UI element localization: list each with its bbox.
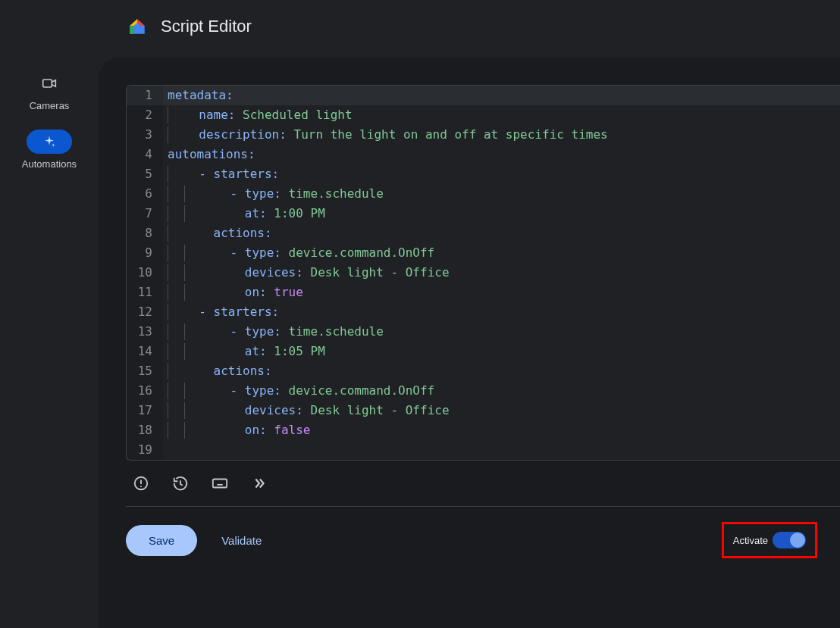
line-number: 7 <box>127 204 163 223</box>
line-content: metadata: <box>163 86 234 105</box>
sidebar-item-cameras[interactable]: Cameras <box>27 71 72 111</box>
line-content: - type: time.schedule <box>163 322 384 342</box>
history-icon[interactable] <box>171 474 190 492</box>
code-line[interactable]: 7 at: 1:00 PM <box>127 204 840 223</box>
footer-bar: Save Validate Activate <box>126 507 840 564</box>
google-home-logo-icon <box>127 17 147 36</box>
line-content: actions: <box>163 223 272 243</box>
svg-rect-4 <box>213 480 227 488</box>
line-number: 6 <box>127 184 163 204</box>
line-content: - type: time.schedule <box>163 184 384 204</box>
line-content: on: false <box>163 420 311 440</box>
line-number: 12 <box>127 302 163 322</box>
activate-label: Activate <box>733 535 768 546</box>
keyboard-icon[interactable] <box>211 474 229 492</box>
code-line[interactable]: 9 - type: device.command.OnOff <box>127 243 840 263</box>
svg-point-3 <box>140 486 142 487</box>
line-number: 9 <box>127 243 163 263</box>
line-number: 14 <box>127 342 163 361</box>
code-line[interactable]: 1metadata: <box>127 86 840 105</box>
line-number: 1 <box>127 86 163 105</box>
editor-toolbar <box>126 461 840 507</box>
line-content: actions: <box>163 361 272 381</box>
sparkle-icon <box>42 135 56 148</box>
code-line[interactable]: 17 devices: Desk light - Office <box>127 401 840 420</box>
camera-icon <box>42 76 57 91</box>
page-title: Script Editor <box>161 17 252 36</box>
line-number: 2 <box>127 105 163 125</box>
sidebar-item-label: Cameras <box>30 100 70 111</box>
activate-highlight: Activate <box>722 522 817 558</box>
code-line[interactable]: 11 on: true <box>127 283 840 302</box>
activate-toggle[interactable] <box>773 532 806 548</box>
code-line[interactable]: 13 - type: time.schedule <box>127 322 840 342</box>
code-line[interactable]: 15 actions: <box>127 361 840 381</box>
line-content: at: 1:05 PM <box>163 342 325 361</box>
line-number: 3 <box>127 125 163 145</box>
line-number: 10 <box>127 263 163 283</box>
line-content: description: Turn the light on and off a… <box>163 125 608 145</box>
code-line[interactable]: 8 actions: <box>127 223 840 243</box>
validate-button[interactable]: Validate <box>215 526 268 555</box>
line-number: 8 <box>127 223 163 243</box>
header: Script Editor <box>0 0 840 53</box>
code-line[interactable]: 4automations: <box>127 145 840 164</box>
line-number: 5 <box>127 164 163 184</box>
code-line[interactable]: 19 <box>127 440 840 460</box>
line-number: 17 <box>127 401 163 420</box>
line-content: on: true <box>163 283 303 302</box>
code-line[interactable]: 5 - starters: <box>127 164 840 184</box>
sidebar-item-automations[interactable]: Automations <box>22 130 77 170</box>
sidebar-item-label: Automations <box>22 158 77 170</box>
line-content: - type: device.command.OnOff <box>163 243 434 263</box>
code-editor[interactable]: 1metadata:2 name: Scheduled light3 descr… <box>126 85 840 461</box>
line-content: devices: Desk light - Office <box>163 401 450 420</box>
line-number: 18 <box>127 420 163 440</box>
code-line[interactable]: 2 name: Scheduled light <box>127 105 840 125</box>
line-content: name: Scheduled light <box>163 105 353 125</box>
code-line[interactable]: 18 on: false <box>127 420 840 440</box>
line-number: 11 <box>127 283 163 302</box>
code-line[interactable]: 14 at: 1:05 PM <box>127 342 840 361</box>
line-number: 19 <box>127 440 163 460</box>
line-content: - type: device.command.OnOff <box>163 381 434 401</box>
line-content: at: 1:00 PM <box>163 204 325 223</box>
code-line[interactable]: 10 devices: Desk light - Office <box>127 263 840 283</box>
code-line[interactable]: 12 - starters: <box>127 302 840 322</box>
problems-icon[interactable] <box>132 474 150 492</box>
line-number: 16 <box>127 381 163 401</box>
sidebar: Cameras Automations <box>0 53 99 628</box>
line-content: automations: <box>163 145 255 164</box>
line-content <box>163 440 168 460</box>
line-number: 4 <box>127 145 163 164</box>
more-icon[interactable] <box>250 474 268 492</box>
content-pane: 1metadata:2 name: Scheduled light3 descr… <box>99 58 840 628</box>
line-content: devices: Desk light - Office <box>163 263 450 283</box>
svg-rect-0 <box>43 80 52 87</box>
code-line[interactable]: 6 - type: time.schedule <box>127 184 840 204</box>
line-number: 13 <box>127 322 163 342</box>
code-line[interactable]: 16 - type: device.command.OnOff <box>127 381 840 401</box>
line-content: - starters: <box>163 302 279 322</box>
line-number: 15 <box>127 361 163 381</box>
line-content: - starters: <box>163 164 279 184</box>
code-line[interactable]: 3 description: Turn the light on and off… <box>127 125 840 145</box>
save-button[interactable]: Save <box>126 525 197 556</box>
